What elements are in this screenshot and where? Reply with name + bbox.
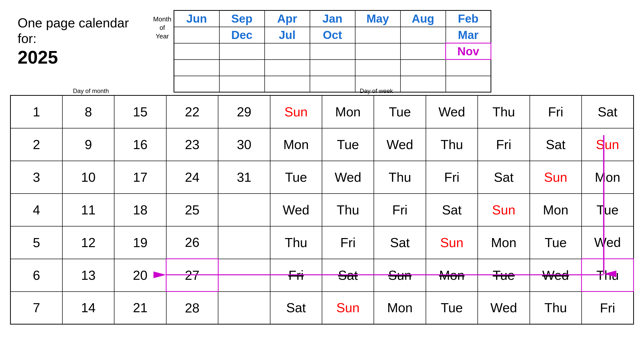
date-cell: 5 <box>11 226 62 259</box>
month-of-year-label: MonthofYear <box>151 13 174 40</box>
date-cell: 24 <box>166 161 218 194</box>
table-row: 2 9 16 23 30 Mon Tue Wed Thu Fri Sat Sun <box>11 128 634 161</box>
day-cell: Thu <box>374 161 426 194</box>
day-cell: Tue <box>270 161 322 194</box>
day-cell: Thu <box>322 194 374 226</box>
day-cell: Fri <box>426 161 478 194</box>
day-cell: Fri <box>322 226 374 259</box>
table-row: 5 12 19 26 Thu Fri Sat Sun Mon Tue Wed <box>11 226 634 259</box>
day-cell: Mon <box>530 194 582 226</box>
date-cell: 9 <box>62 128 114 161</box>
day-cell: Sun <box>530 161 582 194</box>
main-calendar-table: 1 8 15 22 29 Sun Mon Tue Wed Thu Fri Sat… <box>10 95 634 325</box>
month-cell <box>310 43 355 60</box>
day-cell: Wed <box>374 128 426 161</box>
table-row: 7 14 21 28 Sat Sun Mon Tue Wed Thu Fri <box>11 292 634 324</box>
month-cell <box>400 76 446 92</box>
day-cell: Mon <box>270 128 322 161</box>
day-cell: Sat <box>478 161 530 194</box>
month-grid: Jun Sep Apr Jan May Aug Feb Dec Jul Oct … <box>174 10 491 93</box>
day-cell: Wed <box>322 161 374 194</box>
day-cell: Sun <box>374 259 426 292</box>
day-cell: Sat <box>270 292 322 324</box>
month-cell <box>265 76 310 92</box>
month-nov-cell: Nov <box>446 43 491 60</box>
date-cell: 11 <box>62 194 114 226</box>
day-cell: Wed <box>426 96 478 128</box>
day-cell: Tue <box>582 194 634 226</box>
date-cell: 31 <box>218 161 270 194</box>
month-cell <box>400 43 446 60</box>
month-cell: Feb <box>446 11 491 27</box>
title-line2: 2025 <box>18 47 143 68</box>
date-cell: 14 <box>62 292 114 324</box>
day-cell: Wed <box>478 292 530 324</box>
date-27-cell: 27 <box>166 259 218 292</box>
date-cell: 2 <box>11 128 62 161</box>
month-cell <box>174 27 219 43</box>
month-cell <box>400 60 446 76</box>
day-of-week-label: Day of week <box>360 87 393 95</box>
date-cell: 17 <box>114 161 166 194</box>
day-cell: Sun <box>478 194 530 226</box>
month-cell <box>265 60 310 76</box>
day-cell: Thu <box>270 226 322 259</box>
date-cell: 7 <box>11 292 62 324</box>
date-cell: 12 <box>62 226 114 259</box>
day-cell: Sun <box>582 128 634 161</box>
date-cell: 20 <box>114 259 166 292</box>
page: One page calendar for: 2025 MonthofYear … <box>0 0 644 362</box>
table-row: 1 8 15 22 29 Sun Mon Tue Wed Thu Fri Sat <box>11 96 634 128</box>
date-cell: 3 <box>11 161 62 194</box>
month-cell <box>400 27 446 43</box>
date-cell: 30 <box>218 128 270 161</box>
month-cell <box>310 60 355 76</box>
month-cell <box>446 76 491 92</box>
day-cell: Tue <box>426 292 478 324</box>
month-cell: Oct <box>310 27 355 43</box>
title-line1: One page calendar for: <box>18 15 143 47</box>
month-cell: Sep <box>219 11 265 27</box>
day-cell: Thu <box>426 128 478 161</box>
day-cell: Sat <box>530 128 582 161</box>
table-row: 6 13 20 27 Fri Sat Sun Mon Tue Wed Thu <box>11 259 634 292</box>
date-cell <box>218 292 270 324</box>
day-cell: Fri <box>530 96 582 128</box>
day-cell: Fri <box>374 194 426 226</box>
month-cell: Dec <box>219 27 265 43</box>
month-cell <box>219 60 265 76</box>
month-cell <box>174 60 219 76</box>
day-cell: Wed <box>582 226 634 259</box>
day-cell: Wed <box>530 259 582 292</box>
day-of-month-label: Day of month <box>73 87 109 95</box>
date-cell: 26 <box>166 226 218 259</box>
day-thu-cell: Thu <box>582 259 634 292</box>
month-cell: Jun <box>174 11 219 27</box>
day-cell: Sun <box>426 226 478 259</box>
month-cell <box>355 43 400 60</box>
month-cell <box>310 76 355 92</box>
day-cell: Sun <box>322 292 374 324</box>
date-cell: 28 <box>166 292 218 324</box>
month-cell: Apr <box>265 11 310 27</box>
day-cell: Mon <box>374 292 426 324</box>
date-cell <box>218 259 270 292</box>
day-cell: Mon <box>478 226 530 259</box>
month-cell: Jan <box>310 11 355 27</box>
date-cell <box>218 194 270 226</box>
date-cell: 15 <box>114 96 166 128</box>
date-cell: 21 <box>114 292 166 324</box>
day-cell: Mon <box>426 259 478 292</box>
day-cell: Sat <box>582 96 634 128</box>
day-cell: Tue <box>322 128 374 161</box>
day-cell: Sat <box>426 194 478 226</box>
month-cell <box>355 60 400 76</box>
title-area: One page calendar for: 2025 <box>10 10 151 73</box>
calendar-wrapper: Day of month Day of week 1 8 15 22 29 Su… <box>10 95 634 325</box>
month-cell <box>219 76 265 92</box>
day-cell: Tue <box>374 96 426 128</box>
date-cell: 29 <box>218 96 270 128</box>
month-cell <box>174 43 219 60</box>
date-cell: 6 <box>11 259 62 292</box>
date-cell <box>218 226 270 259</box>
